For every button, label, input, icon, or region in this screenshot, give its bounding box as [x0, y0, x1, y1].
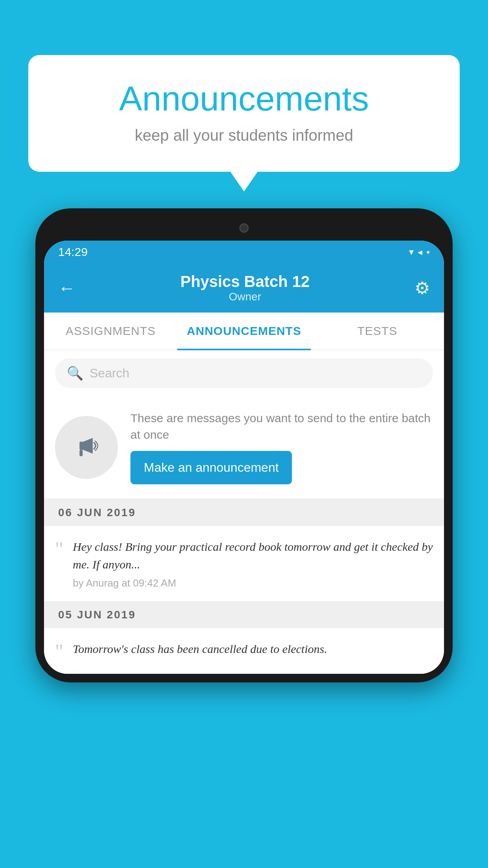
message-content-2: Tomorrow's class has been cancelled due …: [73, 640, 433, 658]
announcement-cta-text: These are messages you want to send to t…: [130, 410, 433, 484]
search-bar: 🔍 Search: [44, 350, 444, 396]
message-text-2: Tomorrow's class has been cancelled due …: [73, 640, 433, 658]
date-label-1: 06 JUN 2019: [58, 506, 136, 519]
message-text-1: Hey class! Bring your practical record b…: [73, 538, 433, 573]
header-title-area: Physics Batch 12 Owner: [180, 273, 310, 303]
tab-tests[interactable]: TESTS: [311, 313, 444, 349]
phone-wrapper: 14:29 ▾ ◂ ▪ ← Physics Batch 12 Owner ⚙: [35, 208, 453, 682]
back-button[interactable]: ←: [58, 278, 75, 298]
bubble-subtitle: keep all your students informed: [52, 127, 436, 144]
message-item-1[interactable]: " Hey class! Bring your practical record…: [44, 526, 444, 601]
announcement-icon-circle: [55, 416, 118, 479]
speech-bubble-container: Announcements keep all your students inf…: [28, 55, 460, 172]
svg-rect-1: [79, 450, 83, 456]
search-placeholder-text: Search: [90, 366, 129, 381]
date-label-2: 05 JUN 2019: [58, 609, 136, 621]
bubble-title: Announcements: [52, 79, 436, 119]
tab-announcements[interactable]: ANNOUNCEMENTS: [177, 313, 310, 349]
search-icon: 🔍: [67, 365, 83, 381]
battery-icon: ▪: [426, 246, 430, 257]
batch-subtitle: Owner: [180, 291, 310, 303]
phone-screen: 14:29 ▾ ◂ ▪ ← Physics Batch 12 Owner ⚙: [44, 241, 444, 674]
quote-icon-2: ": [55, 642, 63, 662]
date-separator-1: 06 JUN 2019: [44, 499, 444, 526]
speech-bubble: Announcements keep all your students inf…: [28, 55, 460, 172]
tab-assignments[interactable]: ASSIGNMENTS: [44, 313, 177, 349]
announcement-cta-desc: These are messages you want to send to t…: [130, 410, 433, 443]
message-meta-1: by Anurag at 09:42 AM: [73, 577, 433, 589]
app-header: ← Physics Batch 12 Owner ⚙: [44, 263, 444, 313]
message-content-1: Hey class! Bring your practical record b…: [73, 538, 433, 589]
wifi-icon: ▾: [409, 246, 414, 257]
settings-gear-icon[interactable]: ⚙: [415, 278, 430, 298]
phone-camera: [239, 223, 249, 233]
status-bar: 14:29 ▾ ◂ ▪: [44, 241, 444, 263]
tab-bar: ASSIGNMENTS ANNOUNCEMENTS TESTS: [44, 313, 444, 350]
date-separator-2: 05 JUN 2019: [44, 601, 444, 628]
svg-rect-0: [79, 441, 84, 450]
quote-icon-1: ": [55, 539, 63, 560]
megaphone-icon: [71, 432, 102, 463]
message-item-2[interactable]: " Tomorrow's class has been cancelled du…: [44, 628, 444, 674]
phone-notch-area: [44, 217, 444, 241]
make-announcement-button[interactable]: Make an announcement: [130, 451, 292, 484]
search-input-wrap[interactable]: 🔍 Search: [55, 358, 433, 388]
status-time: 14:29: [58, 245, 88, 259]
announcement-cta-section: These are messages you want to send to t…: [44, 396, 444, 499]
phone-body: 14:29 ▾ ◂ ▪ ← Physics Batch 12 Owner ⚙: [35, 208, 453, 682]
signal-icon: ◂: [418, 246, 422, 257]
status-icons: ▾ ◂ ▪: [409, 246, 430, 257]
batch-title: Physics Batch 12: [180, 273, 310, 291]
